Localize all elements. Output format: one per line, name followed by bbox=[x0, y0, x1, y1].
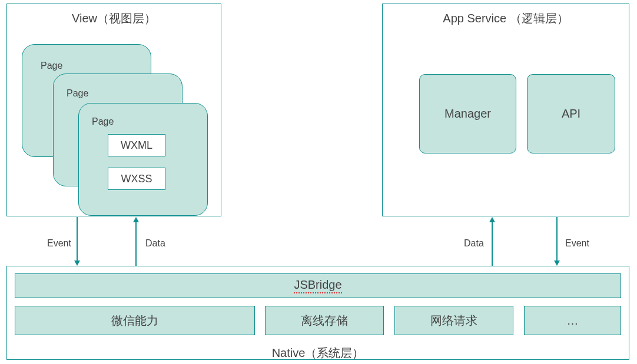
arrow-service-data-label: Data bbox=[464, 238, 484, 249]
native-storage-box: 离线存储 bbox=[265, 306, 384, 335]
arrow-view-data-line bbox=[135, 222, 137, 266]
arrow-service-event-label: Event bbox=[565, 238, 589, 249]
arrow-view-event-head bbox=[74, 261, 80, 266]
wxml-box: WXML bbox=[108, 134, 165, 156]
arrow-service-data-line bbox=[492, 222, 493, 266]
page-label-3: Page bbox=[92, 116, 114, 127]
arrow-view-event-label: Event bbox=[47, 238, 71, 249]
native-layer-title: Native（系统层） bbox=[6, 345, 629, 361]
native-more-box: … bbox=[524, 306, 621, 335]
wxss-box: WXSS bbox=[108, 168, 165, 190]
view-layer-title: View（视图层） bbox=[6, 11, 221, 26]
arrow-view-data-head bbox=[133, 217, 139, 222]
arrow-view-data-label: Data bbox=[145, 238, 165, 249]
arrow-service-event-line bbox=[556, 217, 558, 261]
native-network-box: 网络请求 bbox=[394, 306, 513, 335]
manager-box: Manager bbox=[419, 74, 516, 153]
native-wechat-box: 微信能力 bbox=[15, 306, 255, 335]
page-label-2: Page bbox=[67, 88, 88, 99]
app-service-title: App Service （逻辑层） bbox=[382, 11, 629, 26]
api-box: API bbox=[527, 74, 615, 153]
jsbridge-label: JSBridge bbox=[294, 278, 341, 293]
arrow-service-event-head bbox=[554, 261, 560, 266]
arrow-view-event-line bbox=[77, 217, 78, 261]
arrow-service-data-head bbox=[489, 217, 495, 222]
jsbridge-bar: JSBridge bbox=[15, 273, 621, 298]
page-label-1: Page bbox=[41, 61, 62, 71]
